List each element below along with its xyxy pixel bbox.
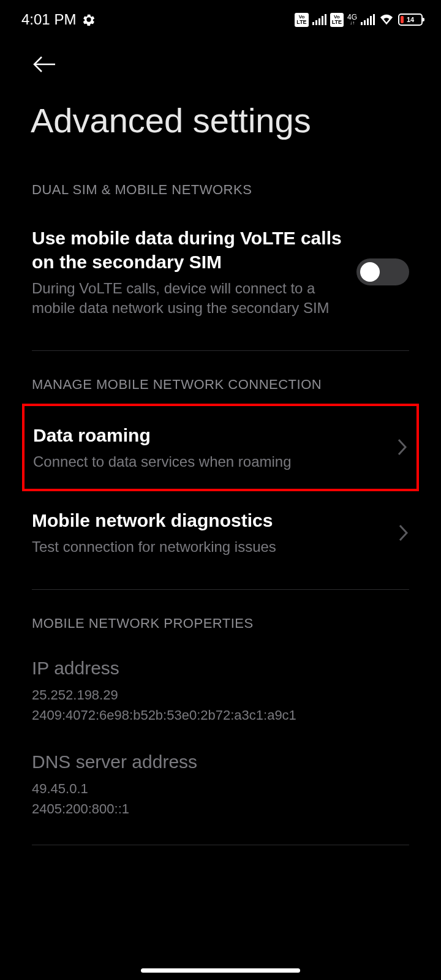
divider xyxy=(32,845,409,845)
wifi-icon xyxy=(379,13,394,26)
signal-bars-icon xyxy=(361,14,375,25)
chevron-right-icon xyxy=(398,524,409,542)
setting-volte-title: Use mobile data during VoLTE calls on th… xyxy=(32,226,344,274)
volte-badge-icon: VoLTE xyxy=(295,13,308,27)
battery-percent: 14 xyxy=(407,16,414,23)
volte-toggle[interactable] xyxy=(356,258,409,285)
gear-icon xyxy=(82,13,96,26)
setting-roaming-title: Data roaming xyxy=(33,423,385,447)
setting-diagnostics-desc: Test connection for networking issues xyxy=(32,537,386,557)
ip-address-label: IP address xyxy=(32,656,409,680)
battery-icon: 14 xyxy=(398,13,423,26)
page-title: Advanced settings xyxy=(0,100,441,171)
setting-diagnostics-title: Mobile network diagnostics xyxy=(32,508,386,532)
volte-badge-icon: VoLTE xyxy=(330,13,344,27)
network-type-label: 4G ↓↑ xyxy=(347,13,357,26)
property-ip-row: IP address 25.252.198.29 2409:4072:6e98:… xyxy=(0,643,441,736)
setting-volte-desc: During VoLTE calls, device will connect … xyxy=(32,279,344,318)
setting-data-roaming-row[interactable]: Data roaming Connect to data services wh… xyxy=(24,406,417,489)
nav-bar-handle[interactable] xyxy=(141,968,300,973)
dns-label: DNS server address xyxy=(32,750,409,774)
signal-bars-icon xyxy=(312,14,326,25)
section-header-manage: MANAGE MOBILE NETWORK CONNECTION xyxy=(0,366,441,404)
section-header-dual-sim: DUAL SIM & MOBILE NETWORKS xyxy=(0,171,441,209)
back-icon[interactable] xyxy=(31,55,56,74)
ip-address-value: 25.252.198.29 2409:4072:6e98:b52b:53e0:2… xyxy=(32,685,409,725)
divider xyxy=(32,589,409,590)
time-text: 4:01 PM xyxy=(21,11,76,28)
back-row xyxy=(0,37,441,100)
divider xyxy=(32,350,409,351)
status-left: 4:01 PM xyxy=(21,11,96,28)
status-right: VoLTE VoLTE 4G ↓↑ 14 xyxy=(295,13,423,27)
setting-volte-row[interactable]: Use mobile data during VoLTE calls on th… xyxy=(0,209,441,336)
setting-roaming-desc: Connect to data services when roaming xyxy=(33,452,385,472)
property-dns-row: DNS server address 49.45.0.1 2405:200:80… xyxy=(0,736,441,830)
setting-diagnostics-row[interactable]: Mobile network diagnostics Test connecti… xyxy=(0,491,441,574)
section-header-properties: MOBILE NETWORK PROPERTIES xyxy=(0,605,441,643)
highlight-box: Data roaming Connect to data services wh… xyxy=(22,404,419,491)
chevron-right-icon xyxy=(397,438,408,456)
dns-value: 49.45.0.1 2405:200:800::1 xyxy=(32,778,409,819)
status-bar: 4:01 PM VoLTE VoLTE 4G ↓↑ 14 xyxy=(0,0,441,37)
